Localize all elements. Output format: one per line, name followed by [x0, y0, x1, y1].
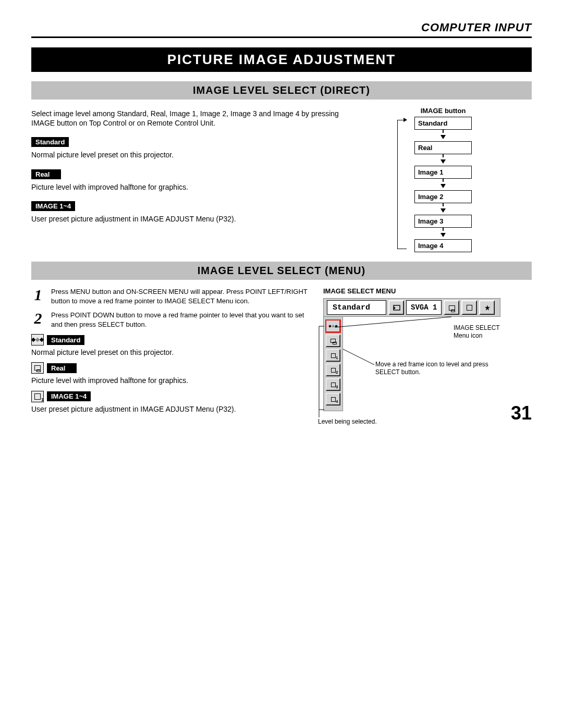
arrow-down-icon	[440, 233, 446, 237]
real-icon	[31, 362, 44, 374]
flow-box-3: Image 2	[414, 190, 472, 203]
desc-image14-2: User preset picture adjustment in IMAGE …	[31, 404, 313, 414]
osd-resolution: SVGA 1	[406, 300, 442, 315]
input-icon	[388, 300, 404, 315]
label-real-2: Real	[47, 363, 77, 373]
arrow-down-icon	[440, 184, 446, 188]
osd-top-bar: Standard SVGA 1	[323, 298, 500, 317]
osd-title: IMAGE SELECT MENU	[323, 287, 532, 295]
step-number-2: 2	[31, 311, 45, 329]
direct-block: Select image level among Standard, Real,…	[31, 107, 532, 252]
desc-standard: Normal picture level preset on this proj…	[31, 150, 344, 159]
step-2-text: Press POINT DOWN button to move a red fr…	[51, 311, 313, 329]
label-standard-2: Standard	[47, 335, 84, 345]
star-icon	[479, 300, 495, 315]
label-real: Real	[31, 169, 61, 179]
arrow-down-icon	[440, 208, 446, 213]
annotation-icon: IMAGE SELECT Menu icon	[454, 324, 516, 340]
direct-right: IMAGE button Standard Real Image 1 Image…	[354, 107, 532, 252]
flow-loop-line	[397, 120, 407, 249]
menu-item-image14: 1 IMAGE 1~4	[31, 391, 313, 402]
desc-real-2: Picture level with improved halftone for…	[31, 376, 313, 385]
annotation-line-icon	[342, 317, 457, 338]
step-1-text: Press MENU button and ON-SCREEN MENU wil…	[51, 287, 313, 305]
flow-box-5: Image 4	[414, 239, 472, 252]
osd-current-name: Standard	[327, 300, 386, 315]
arrow-down-icon	[440, 135, 446, 139]
section-header-direct: IMAGE LEVEL SELECT (DIRECT)	[31, 81, 532, 100]
annotation-move: Move a red frame icon to level and press…	[375, 361, 490, 376]
flow-diagram: Standard Real Image 1 Image 2 Image 3 Im…	[407, 117, 480, 252]
square-icon	[461, 300, 477, 315]
flow-box-4: Image 3	[414, 215, 472, 228]
monitor-icon	[444, 300, 459, 315]
menu-right: IMAGE SELECT MENU Standard SVGA 1	[323, 287, 532, 419]
annotation-line-level	[319, 326, 329, 415]
flow-title: IMAGE button	[354, 107, 532, 115]
flow-box-1: Real	[414, 141, 472, 154]
annotation-level: Level being selected.	[318, 418, 422, 426]
chapter-header: COMPUTER INPUT	[31, 21, 532, 38]
svg-line-1	[335, 317, 451, 327]
direct-left: Select image level among Standard, Real,…	[31, 107, 344, 252]
desc-real: Picture level with improved halftone for…	[31, 182, 344, 192]
section-header-menu: IMAGE LEVEL SELECT (MENU)	[31, 262, 532, 280]
desc-image14: User preset picture adjustment in IMAGE …	[31, 214, 344, 224]
image1-icon: 1	[31, 391, 44, 402]
flow-box-2: Image 1	[414, 166, 472, 179]
standard-icon	[31, 334, 44, 346]
menu-block: 1 Press MENU button and ON-SCREEN MENU w…	[31, 287, 532, 419]
page: COMPUTER INPUT PICTURE IMAGE ADJUSTMENT …	[0, 0, 563, 440]
step-number-1: 1	[31, 287, 45, 305]
flow-box-0: Standard	[414, 117, 472, 130]
arrow-down-icon	[440, 159, 446, 164]
label-image14: IMAGE 1~4	[31, 201, 75, 211]
page-number: 31	[511, 402, 532, 424]
desc-standard-2: Normal picture level preset on this proj…	[31, 348, 313, 357]
step-1: 1 Press MENU button and ON-SCREEN MENU w…	[31, 287, 313, 305]
page-title: PICTURE IMAGE ADJUSTMENT	[31, 47, 532, 72]
step-2: 2 Press POINT DOWN button to move a red …	[31, 311, 313, 329]
menu-left: 1 Press MENU button and ON-SCREEN MENU w…	[31, 287, 313, 419]
svg-line-2	[343, 349, 374, 365]
direct-intro: Select image level among Standard, Real,…	[31, 109, 344, 128]
label-standard: Standard	[31, 137, 69, 147]
menu-item-standard: Standard	[31, 334, 313, 346]
label-image14-2: IMAGE 1~4	[47, 391, 91, 401]
menu-item-real: Real	[31, 362, 313, 374]
osd-mock: Standard SVGA 1	[323, 298, 500, 411]
